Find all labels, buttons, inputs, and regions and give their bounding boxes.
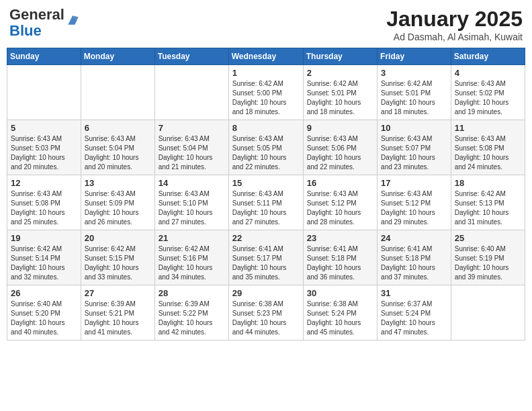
day-info: Sunrise: 6:42 AM Sunset: 5:00 PM Dayligh…	[232, 79, 300, 117]
day-info: Sunrise: 6:43 AM Sunset: 5:06 PM Dayligh…	[307, 134, 373, 172]
day-info: Sunrise: 6:43 AM Sunset: 5:02 PM Dayligh…	[455, 79, 521, 117]
day-number: 13	[85, 178, 151, 188]
day-info: Sunrise: 6:38 AM Sunset: 5:24 PM Dayligh…	[307, 300, 373, 337]
calendar-cell: 6Sunrise: 6:43 AM Sunset: 5:04 PM Daylig…	[81, 120, 154, 175]
calendar-week-3: 12Sunrise: 6:43 AM Sunset: 5:08 PM Dayli…	[7, 175, 525, 230]
day-info: Sunrise: 6:43 AM Sunset: 5:11 PM Dayligh…	[232, 189, 300, 227]
day-number: 19	[11, 233, 77, 243]
day-number: 31	[381, 288, 447, 298]
day-info: Sunrise: 6:43 AM Sunset: 5:10 PM Dayligh…	[159, 189, 225, 227]
day-info: Sunrise: 6:43 AM Sunset: 5:04 PM Dayligh…	[159, 134, 225, 172]
calendar-cell: 4Sunrise: 6:43 AM Sunset: 5:02 PM Daylig…	[451, 65, 525, 120]
calendar-cell: 27Sunrise: 6:39 AM Sunset: 5:21 PM Dayli…	[81, 285, 154, 340]
day-number: 10	[381, 123, 447, 133]
day-info: Sunrise: 6:43 AM Sunset: 5:05 PM Dayligh…	[232, 134, 300, 172]
day-number: 23	[307, 233, 373, 243]
calendar-cell: 2Sunrise: 6:42 AM Sunset: 5:01 PM Daylig…	[303, 65, 377, 120]
calendar-cell: 18Sunrise: 6:42 AM Sunset: 5:13 PM Dayli…	[451, 175, 525, 230]
calendar-cell: 31Sunrise: 6:37 AM Sunset: 5:24 PM Dayli…	[378, 285, 451, 340]
calendar-cell: 10Sunrise: 6:43 AM Sunset: 5:07 PM Dayli…	[378, 120, 451, 175]
day-info: Sunrise: 6:42 AM Sunset: 5:01 PM Dayligh…	[307, 79, 373, 117]
day-number: 8	[232, 123, 300, 133]
calendar-cell: 17Sunrise: 6:43 AM Sunset: 5:12 PM Dayli…	[378, 175, 451, 230]
calendar-cell: 21Sunrise: 6:42 AM Sunset: 5:16 PM Dayli…	[154, 230, 228, 285]
calendar-week-2: 5Sunrise: 6:43 AM Sunset: 5:03 PM Daylig…	[7, 120, 525, 175]
day-info: Sunrise: 6:39 AM Sunset: 5:21 PM Dayligh…	[85, 300, 151, 337]
day-number: 17	[381, 178, 447, 188]
day-info: Sunrise: 6:42 AM Sunset: 5:15 PM Dayligh…	[85, 244, 151, 282]
day-info: Sunrise: 6:42 AM Sunset: 5:16 PM Dayligh…	[159, 244, 225, 282]
header-wednesday: Wednesday	[228, 48, 303, 65]
calendar-cell: 28Sunrise: 6:39 AM Sunset: 5:22 PM Dayli…	[154, 285, 228, 340]
day-number: 4	[455, 68, 521, 78]
day-number: 22	[232, 233, 300, 243]
day-info: Sunrise: 6:42 AM Sunset: 5:14 PM Dayligh…	[11, 244, 77, 282]
day-number: 26	[11, 288, 77, 298]
calendar-cell	[81, 65, 154, 120]
logo-icon	[66, 13, 79, 27]
day-number: 28	[159, 288, 225, 298]
calendar-cell: 26Sunrise: 6:40 AM Sunset: 5:20 PM Dayli…	[7, 285, 81, 340]
day-info: Sunrise: 6:43 AM Sunset: 5:07 PM Dayligh…	[381, 134, 447, 172]
header-thursday: Thursday	[303, 48, 377, 65]
calendar-cell: 1Sunrise: 6:42 AM Sunset: 5:00 PM Daylig…	[228, 65, 303, 120]
day-number: 24	[381, 233, 447, 243]
calendar-cell: 7Sunrise: 6:43 AM Sunset: 5:04 PM Daylig…	[154, 120, 228, 175]
day-number: 29	[232, 288, 300, 298]
calendar-cell: 8Sunrise: 6:43 AM Sunset: 5:05 PM Daylig…	[228, 120, 303, 175]
calendar-header-row: SundayMondayTuesdayWednesdayThursdayFrid…	[7, 48, 525, 65]
calendar-cell	[154, 65, 228, 120]
day-info: Sunrise: 6:43 AM Sunset: 5:12 PM Dayligh…	[307, 189, 373, 227]
header-monday: Monday	[81, 48, 154, 65]
calendar-cell: 25Sunrise: 6:40 AM Sunset: 5:19 PM Dayli…	[451, 230, 525, 285]
day-number: 25	[455, 233, 521, 243]
calendar-cell	[451, 285, 525, 340]
day-info: Sunrise: 6:37 AM Sunset: 5:24 PM Dayligh…	[381, 300, 447, 337]
calendar-cell: 9Sunrise: 6:43 AM Sunset: 5:06 PM Daylig…	[303, 120, 377, 175]
day-number: 14	[159, 178, 225, 188]
day-info: Sunrise: 6:40 AM Sunset: 5:20 PM Dayligh…	[11, 300, 77, 337]
day-info: Sunrise: 6:38 AM Sunset: 5:23 PM Dayligh…	[232, 300, 300, 337]
calendar-cell: 13Sunrise: 6:43 AM Sunset: 5:09 PM Dayli…	[81, 175, 154, 230]
calendar-week-1: 1Sunrise: 6:42 AM Sunset: 5:00 PM Daylig…	[7, 65, 525, 120]
day-number: 6	[85, 123, 151, 133]
calendar-cell: 19Sunrise: 6:42 AM Sunset: 5:14 PM Dayli…	[7, 230, 81, 285]
calendar-cell: 3Sunrise: 6:42 AM Sunset: 5:01 PM Daylig…	[378, 65, 451, 120]
day-number: 3	[381, 68, 447, 78]
page-header: General Blue January 2025 Ad Dasmah, Al …	[7, 7, 525, 42]
header-tuesday: Tuesday	[154, 48, 228, 65]
calendar-cell	[7, 65, 81, 120]
day-number: 5	[11, 123, 77, 133]
day-number: 18	[455, 178, 521, 188]
day-info: Sunrise: 6:42 AM Sunset: 5:01 PM Dayligh…	[381, 79, 447, 117]
day-info: Sunrise: 6:43 AM Sunset: 5:03 PM Dayligh…	[11, 134, 77, 172]
day-number: 16	[307, 178, 373, 188]
calendar-cell: 12Sunrise: 6:43 AM Sunset: 5:08 PM Dayli…	[7, 175, 81, 230]
calendar-cell: 30Sunrise: 6:38 AM Sunset: 5:24 PM Dayli…	[303, 285, 377, 340]
month-title: January 2025	[386, 7, 523, 32]
day-number: 21	[159, 233, 225, 243]
calendar-cell: 5Sunrise: 6:43 AM Sunset: 5:03 PM Daylig…	[7, 120, 81, 175]
day-info: Sunrise: 6:42 AM Sunset: 5:13 PM Dayligh…	[455, 189, 521, 227]
calendar-cell: 11Sunrise: 6:43 AM Sunset: 5:08 PM Dayli…	[451, 120, 525, 175]
calendar-cell: 15Sunrise: 6:43 AM Sunset: 5:11 PM Dayli…	[228, 175, 303, 230]
day-info: Sunrise: 6:43 AM Sunset: 5:08 PM Dayligh…	[11, 189, 77, 227]
day-info: Sunrise: 6:43 AM Sunset: 5:09 PM Dayligh…	[85, 189, 151, 227]
day-info: Sunrise: 6:39 AM Sunset: 5:22 PM Dayligh…	[159, 300, 225, 337]
calendar-cell: 16Sunrise: 6:43 AM Sunset: 5:12 PM Dayli…	[303, 175, 377, 230]
day-info: Sunrise: 6:43 AM Sunset: 5:08 PM Dayligh…	[455, 134, 521, 172]
day-number: 15	[232, 178, 300, 188]
day-number: 30	[307, 288, 373, 298]
day-number: 2	[307, 68, 373, 78]
day-info: Sunrise: 6:43 AM Sunset: 5:04 PM Dayligh…	[85, 134, 151, 172]
day-number: 27	[85, 288, 151, 298]
day-info: Sunrise: 6:41 AM Sunset: 5:18 PM Dayligh…	[307, 244, 373, 282]
title-block: January 2025 Ad Dasmah, Al Asimah, Kuwai…	[386, 7, 523, 42]
logo: General Blue	[9, 7, 79, 39]
day-number: 12	[11, 178, 77, 188]
header-saturday: Saturday	[451, 48, 525, 65]
day-info: Sunrise: 6:40 AM Sunset: 5:19 PM Dayligh…	[455, 244, 521, 282]
calendar-cell: 23Sunrise: 6:41 AM Sunset: 5:18 PM Dayli…	[303, 230, 377, 285]
location-subtitle: Ad Dasmah, Al Asimah, Kuwait	[386, 32, 523, 42]
calendar-table: SundayMondayTuesdayWednesdayThursdayFrid…	[7, 48, 525, 340]
